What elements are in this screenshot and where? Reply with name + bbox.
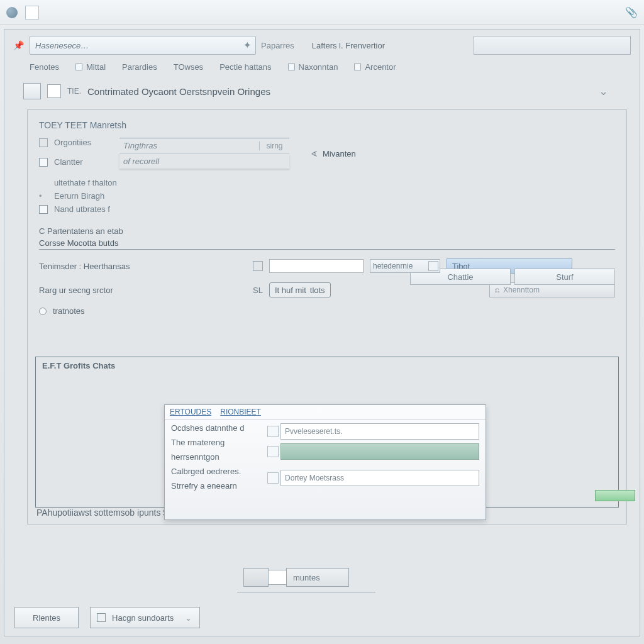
dot-icon: •	[39, 191, 48, 201]
tab-naxonntan[interactable]: Naxonntan	[288, 62, 338, 72]
label-mivanten: Mivanten	[323, 149, 356, 158]
square-icon	[97, 613, 106, 622]
titlebar-tab[interactable]	[25, 6, 39, 19]
popup-label-1: The rmatereng	[171, 438, 272, 447]
popup-label-2: herrsenntgon	[171, 452, 272, 462]
pill-sturf[interactable]: Sturf	[514, 269, 615, 285]
popup-label-3: Calbrged oedreres.	[171, 467, 272, 476]
chevron-down-icon[interactable]: ⌄	[185, 613, 192, 623]
tabstrip: Fenotes Mittal Parardies TOwses Pectie h…	[4, 58, 640, 78]
bottom-button-hacgn[interactable]: Hacgn sundoarts ⌄	[90, 607, 200, 628]
field-f1: Tingthras	[119, 141, 259, 150]
label-r5: Nand utbrates f	[54, 204, 110, 214]
popup-field-2[interactable]	[280, 443, 479, 460]
popup-dialog: ERTOUDES RIONBIEET Ocdshes datnnthe d Th…	[164, 404, 486, 520]
center-segmented-button[interactable]: muntes	[243, 568, 349, 587]
tab-arcentor[interactable]: Arcentor	[354, 62, 396, 72]
seg-icon[interactable]	[243, 568, 269, 587]
popup-field-1[interactable]: Pvveleseseret.ts.	[280, 423, 479, 440]
box-icon	[253, 261, 263, 271]
label-r4: Eerurn Biragh	[54, 191, 104, 201]
dropdown-small[interactable]: hetedenrnie	[370, 259, 440, 273]
label-rowA: Tenimsder : Heerthansas	[39, 262, 247, 271]
square-icon	[288, 64, 295, 70]
radio[interactable]	[39, 308, 47, 315]
popup-label-0: Ocdshes datnnthe d	[171, 423, 272, 433]
heading-partentatens: C Partentatens an etab	[39, 226, 615, 236]
heading-corsse: Corsse Mocotta butds	[39, 238, 118, 248]
doc-icon-2	[47, 84, 61, 98]
popup-field-3[interactable]: Dortey Moetsrass	[280, 470, 479, 486]
pushpin-icon[interactable]: 📌	[13, 40, 25, 50]
main-combo[interactable]: Hasenesece… ✦	[30, 36, 256, 55]
combo-placeholder: Hasenesece…	[35, 41, 89, 50]
doc-icon	[23, 83, 41, 99]
popup-tab-2[interactable]: RIONBIEET	[220, 408, 261, 416]
checkbox[interactable]	[39, 205, 48, 214]
tab-mittal[interactable]: Mittal	[75, 62, 106, 72]
center-underline	[237, 592, 375, 592]
search-input[interactable]	[474, 36, 631, 55]
label-r3: ultethate f thalton	[54, 178, 117, 187]
doc-prefix: TIE.	[67, 87, 81, 96]
field-tag: sirng	[259, 142, 289, 150]
page-title: Contrimated Oycaont Oerstsnpvein Oringes	[87, 86, 270, 97]
plus-icon[interactable]: ✦	[243, 40, 252, 51]
subpanel-header: E.F.T Grofits Chats	[36, 357, 618, 370]
square-icon	[75, 64, 82, 70]
small-input[interactable]	[269, 259, 364, 273]
tab-fenotes[interactable]: Fenotes	[30, 62, 59, 72]
popup-tab-1[interactable]: ERTOUDES	[170, 408, 211, 416]
label-rowB: Rarg ur secng srctor	[39, 286, 247, 295]
label-clantter: Clantter	[54, 157, 111, 167]
tab-pectie[interactable]: Pectie hattans	[219, 62, 271, 72]
seg-label[interactable]: muntes	[286, 568, 349, 587]
label-orgoritiies: Orgoritiies	[54, 138, 111, 147]
tab-parardies[interactable]: Parardies	[122, 62, 157, 72]
two-line-field[interactable]: Tingthras sirng of recorell	[119, 138, 289, 169]
field-lead-icon	[267, 446, 279, 457]
green-indicator	[595, 490, 635, 501]
square-icon	[354, 64, 361, 70]
popup-label-4: Strrefry a eneearn	[171, 481, 272, 491]
tab-towses[interactable]: TOwses	[174, 62, 203, 72]
checkbox[interactable]	[39, 158, 48, 167]
s-label: SL	[253, 286, 263, 295]
list-icon	[39, 138, 48, 147]
field-lead-icon	[267, 472, 279, 484]
toolbar-label-1: Paparres	[261, 41, 294, 50]
bottom-button-rlentes[interactable]: Rlentes	[14, 607, 79, 628]
chevron-down-icon[interactable]: ⌄	[599, 84, 608, 98]
field-lead-icon	[267, 426, 279, 437]
pin-icon[interactable]: 📎	[625, 6, 638, 18]
label-rowC: tratnotes	[53, 306, 85, 316]
dropdown-arrow-icon[interactable]	[428, 261, 438, 271]
section-title-1: TOEY TEET Manretsh	[39, 120, 615, 130]
chip-button[interactable]: It huf mit tlots	[269, 282, 331, 297]
seg-blank[interactable]	[268, 570, 287, 585]
app-icon	[6, 7, 18, 18]
angle-icon: ∢	[311, 149, 318, 158]
toolbar-label-2: Lafters l. Frenvertior	[312, 41, 385, 50]
field-f2: of recorell	[119, 157, 289, 166]
